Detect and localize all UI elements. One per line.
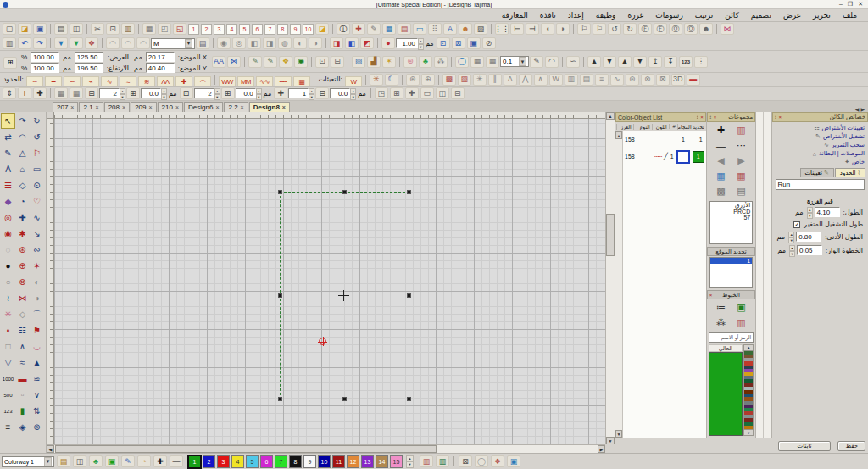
tab-close-icon[interactable]: × <box>70 104 74 110</box>
drawing-tool-6[interactable]: ✎ <box>1 145 15 161</box>
menu-item-2[interactable]: عرض <box>777 10 807 20</box>
toolbar2-icon[interactable]: ◧ <box>345 37 359 49</box>
properties-close-icon[interactable]: × <box>779 114 782 120</box>
menu-item-4[interactable]: كائن <box>719 10 744 20</box>
toolbar1-icon[interactable]: ⚐ <box>593 23 606 35</box>
drawing-tool-25[interactable]: ⊛ <box>15 242 30 258</box>
propbar-icon[interactable]: ⋮ <box>694 56 708 68</box>
thread-name-input[interactable]: الرمز أو الاسم <box>709 332 754 343</box>
drawing-tool-29[interactable]: ✶ <box>30 258 44 274</box>
propbar-icon[interactable]: ↧ <box>664 56 677 68</box>
palette-color-5[interactable]: 5 <box>246 455 259 468</box>
toolbar1-icon[interactable]: ◫ <box>70 23 83 35</box>
recent-design-4-icon[interactable]: 4 <box>226 24 237 35</box>
groups-panel-icon-1[interactable]: ▥ <box>732 124 750 137</box>
groups-panel-icon-5[interactable]: ▶ <box>732 154 750 168</box>
drawing-tool-27[interactable]: ● <box>1 258 15 274</box>
recent-design-2-icon[interactable]: 2 <box>201 24 212 35</box>
groups-panel-icon-2[interactable]: — <box>711 139 730 153</box>
threads-close-icon[interactable]: × <box>709 293 713 298</box>
spacing-spinner-2[interactable]: ▲▼ <box>214 88 220 98</box>
palette-color-3[interactable]: 3 <box>217 455 230 468</box>
propbar-icon[interactable]: ⊟ <box>331 56 344 68</box>
toolbar1-icon[interactable]: ▥ <box>121 23 135 35</box>
drawing-tool-41[interactable]: ⚑ <box>30 322 44 338</box>
y-input[interactable]: 40.40 <box>146 63 175 73</box>
tab-scroll-right-icon[interactable]: ▶ <box>860 106 865 112</box>
propbar-icon[interactable]: AA <box>212 56 225 68</box>
spacing-icon[interactable]: ✚ <box>405 87 419 99</box>
toolbar2-icon[interactable]: ▼ <box>70 37 83 49</box>
drawing-tool-48[interactable]: 1000 <box>1 371 15 387</box>
drawing-tool-19[interactable]: ✚ <box>15 209 30 226</box>
stitch-effect-icon[interactable]: ⊛ <box>406 74 420 86</box>
colorway-select[interactable]: Colorway 1 ▼ <box>2 456 54 467</box>
properties-tab-1[interactable]: ✎تعيينات <box>800 168 834 177</box>
group-list[interactable]: الأزرقPRCD57 <box>709 201 753 245</box>
document-tab-Design8[interactable]: Design8× <box>249 102 290 112</box>
spacing-input-3[interactable]: 0.0 <box>236 88 256 98</box>
toolbar1-icon[interactable]: ⠿ <box>428 23 442 35</box>
palette-color-1[interactable]: 1 <box>188 455 201 468</box>
stitch-effect-icon[interactable]: ∿ <box>610 74 624 86</box>
document-tab-2-2[interactable]: 2 2× <box>224 102 248 112</box>
propbar-icon[interactable]: ⊛ <box>403 56 417 68</box>
toolbar1-icon[interactable]: ☻ <box>699 23 713 35</box>
toolbar1-icon[interactable]: ◪ <box>18 23 31 35</box>
drawing-tool-58[interactable]: ◈ <box>15 419 30 435</box>
toolbar2-icon[interactable]: ▣ <box>467 37 481 49</box>
spacing-spinner-4[interactable]: ▲▼ <box>309 88 314 98</box>
spacing-spinner-3[interactable]: ▲▼ <box>256 88 262 98</box>
stitch-effect-icon[interactable]: ⋀ <box>519 74 532 86</box>
lock-proportions-icon[interactable]: ⊞ <box>3 57 17 69</box>
palette-tool-icon-5[interactable]: ◔ <box>137 455 151 467</box>
propbar-icon[interactable]: ❖ <box>279 56 292 68</box>
spacing-spinner-1[interactable]: ▲▼ <box>161 88 167 98</box>
tab-close-icon[interactable]: × <box>148 104 152 110</box>
drawing-tool-13[interactable]: ◇ <box>15 177 30 193</box>
toolbar1-icon[interactable]: ⋈ <box>721 23 734 35</box>
stitch-effect-icon[interactable]: W <box>549 74 563 86</box>
stitch-effect-icon[interactable]: ⊠ <box>656 74 670 86</box>
drawing-tool-55[interactable]: ▮ <box>15 403 30 419</box>
toolbar1-icon[interactable]: ✎ <box>367 23 381 35</box>
spacing-input-1[interactable]: 0.0 <box>141 88 161 98</box>
tab-close-icon[interactable]: × <box>122 104 125 110</box>
palette-color-8[interactable]: 8 <box>289 455 302 468</box>
scroll-right-arrow[interactable]: ▶ <box>598 445 605 453</box>
toolbar1-icon[interactable]: ⊡ <box>106 23 120 35</box>
document-tab-Design6[interactable]: Design6× <box>184 102 223 112</box>
toolbar2-icon[interactable]: ◑ <box>309 37 322 49</box>
strip-up-icon[interactable]: ▲ <box>744 345 753 351</box>
palette-right-icon-6[interactable]: ▣ <box>507 455 520 467</box>
menu-item-0[interactable]: ملف <box>837 10 863 20</box>
stitch-type[interactable]: WW <box>219 76 236 87</box>
drawing-tool-20[interactable]: ∿ <box>30 209 44 226</box>
thread-panel-icon-3[interactable]: ▥ <box>732 316 750 330</box>
drawing-tool-1[interactable]: ↷ <box>15 113 30 129</box>
propbar-icon[interactable]: ◯ <box>455 56 469 68</box>
drawing-tool-23[interactable]: ↘ <box>30 226 44 242</box>
drawing-tool-22[interactable]: ✱ <box>15 226 30 242</box>
propbar-icon[interactable]: ▼ <box>603 56 616 68</box>
spacing-field-icon[interactable]: ✚ <box>274 87 287 99</box>
stitch-effect-icon[interactable]: ▨ <box>458 74 471 86</box>
properties-link-0[interactable]: تعيينات الأشتراص☷ <box>772 124 868 132</box>
border-stitch-type[interactable]: ∿ <box>101 76 118 87</box>
toolbar2-icon[interactable]: ▥ <box>3 37 16 49</box>
recent-design-8-icon[interactable]: 8 <box>277 24 288 35</box>
palette-spinner[interactable]: ▲▼ <box>406 455 414 468</box>
scroll-up-arrow[interactable]: ▲ <box>606 112 615 120</box>
toolbar2-icon[interactable]: ◎ <box>232 37 246 49</box>
color-chip[interactable]: 1 <box>693 151 704 163</box>
toolbar2-icon[interactable]: ◠ <box>136 37 150 49</box>
drawing-tool-36[interactable]: ✳ <box>1 306 15 322</box>
palette-right-icon-1[interactable]: ▥ <box>436 455 449 467</box>
stitch-type[interactable]: ∿∿ <box>256 76 273 87</box>
toolbar1-icon[interactable]: ▦ <box>382 23 396 35</box>
recent-design-6-icon[interactable]: 6 <box>252 24 263 35</box>
toolbar1-icon[interactable]: ↻ <box>623 23 637 35</box>
palette-tool-icon-2[interactable]: ♣ <box>89 455 103 467</box>
toolbar1-icon[interactable]: ◪ <box>315 23 329 35</box>
palette-right-icon-3[interactable]: ⊠ <box>459 455 472 467</box>
